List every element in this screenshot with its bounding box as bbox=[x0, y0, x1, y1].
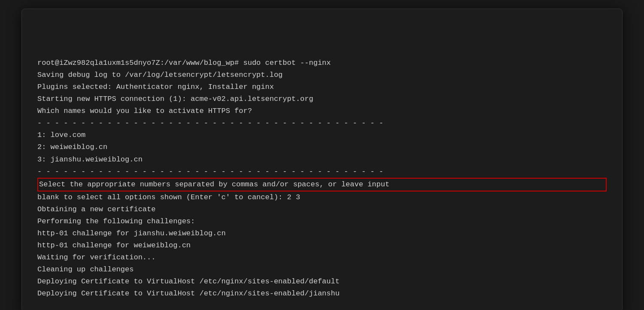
terminal-line: Saving debug log to /var/log/letsencrypt… bbox=[37, 69, 607, 81]
terminal-line: 1: love.com bbox=[37, 129, 607, 141]
terminal-line: Which names would you like to activate H… bbox=[37, 105, 607, 117]
terminal-content: root@iZwz982qla1uxm1s5dnyo7Z:/var/www/bl… bbox=[37, 21, 607, 300]
terminal-line: Obtaining a new certificate bbox=[37, 204, 607, 216]
highlighted-line: Select the appropriate numbers separated… bbox=[37, 178, 607, 191]
terminal-line: Deploying Certificate to VirtualHost /et… bbox=[37, 276, 607, 288]
terminal-line: 2: weiweiblog.cn bbox=[37, 141, 607, 153]
terminal-line: - - - - - - - - - - - - - - - - - - - - … bbox=[37, 166, 607, 178]
terminal-line: http-01 challenge for weiweiblog.cn bbox=[37, 240, 607, 252]
terminal-line: Cleaning up challenges bbox=[37, 264, 607, 276]
terminal-window: root@iZwz982qla1uxm1s5dnyo7Z:/var/www/bl… bbox=[21, 9, 623, 310]
terminal-line: Performing the following challenges: bbox=[37, 216, 607, 228]
terminal-line: Waiting for verification... bbox=[37, 252, 607, 264]
terminal-line: root@iZwz982qla1uxm1s5dnyo7Z:/var/www/bl… bbox=[37, 57, 607, 69]
terminal-line: Plugins selected: Authenticator nginx, I… bbox=[37, 81, 607, 93]
terminal-line: - - - - - - - - - - - - - - - - - - - - … bbox=[37, 117, 607, 129]
terminal-wrapper: root@iZwz982qla1uxm1s5dnyo7Z:/var/www/bl… bbox=[13, 0, 631, 310]
terminal-line: 3: jianshu.weiweiblog.cn bbox=[37, 154, 607, 166]
terminal-line: http-01 challenge for jianshu.weiweiblog… bbox=[37, 228, 607, 240]
terminal-line: Deploying Certificate to VirtualHost /et… bbox=[37, 288, 607, 300]
terminal-line: blank to select all options shown (Enter… bbox=[37, 191, 607, 204]
terminal-line: Starting new HTTPS connection (1): acme-… bbox=[37, 93, 607, 105]
